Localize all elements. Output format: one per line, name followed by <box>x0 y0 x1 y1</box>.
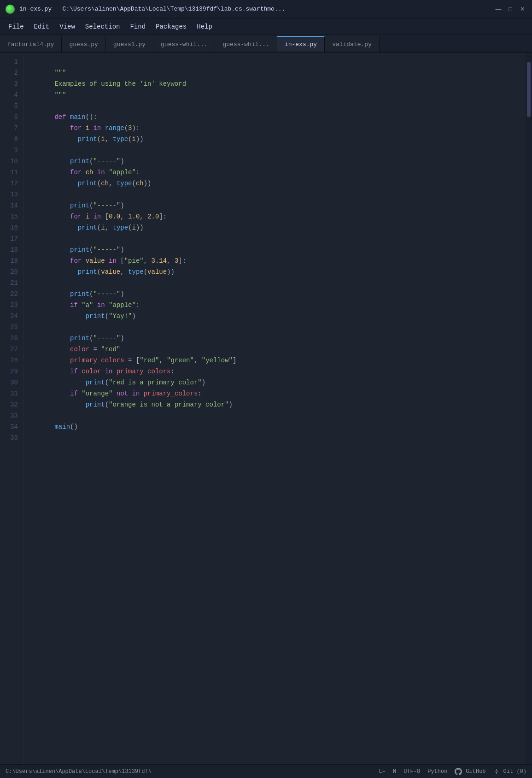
code-line-33: main() <box>31 410 526 421</box>
status-language[interactable]: Python <box>427 768 447 775</box>
code-content[interactable]: """ Examples of using the 'in' keyword "… <box>24 53 526 764</box>
status-path: C:\Users\alinen\AppData\Local\Temp\13139… <box>6 768 372 775</box>
github-label: GitHub <box>466 768 485 775</box>
status-git[interactable]: Git (0) <box>493 768 526 775</box>
status-bar: C:\Users\alinen\AppData\Local\Temp\13139… <box>0 764 532 778</box>
code-line-4 <box>31 89 526 100</box>
scrollbar-thumb[interactable] <box>527 62 531 117</box>
maximize-button[interactable]: □ <box>506 5 514 13</box>
tab-guess-whil1[interactable]: guess-whil... <box>153 36 215 52</box>
tab-validate[interactable]: validate.py <box>325 36 380 52</box>
tab-guess[interactable]: guess.py <box>62 36 105 52</box>
code-line-17: print("-----") <box>31 233 526 244</box>
menu-selection[interactable]: Selection <box>81 21 125 32</box>
menu-packages[interactable]: Packages <box>151 21 191 32</box>
tab-in-exs[interactable]: in-exs.py <box>277 36 325 52</box>
code-line-34 <box>31 421 526 432</box>
app-icon <box>6 5 15 14</box>
svg-point-0 <box>496 771 497 772</box>
code-line-1: """ <box>31 56 526 67</box>
menu-edit[interactable]: Edit <box>29 21 54 32</box>
tab-guess1[interactable]: guess1.py <box>106 36 153 52</box>
menu-file[interactable]: File <box>4 21 29 32</box>
git-label: Git (0) <box>503 768 526 775</box>
line-numbers: 12345 678910 1112131415 1617181920 21222… <box>0 53 24 764</box>
code-line-6: for i in range(3): <box>31 112 526 123</box>
menu-help[interactable]: Help <box>192 21 217 32</box>
close-button[interactable]: ✕ <box>518 5 526 13</box>
title-bar-text: in-exs.py — C:\Users\alinen\AppData\Loca… <box>19 6 490 12</box>
code-line-2: Examples of using the 'in' keyword <box>31 67 526 78</box>
code-line-25: print("-----") <box>31 322 526 333</box>
code-line-35 <box>31 432 526 443</box>
minimize-button[interactable]: — <box>494 5 503 13</box>
menu-view[interactable]: View <box>55 21 80 32</box>
tab-factorial4[interactable]: factorial4.py <box>0 36 62 52</box>
status-encoding[interactable]: UTF-8 <box>403 768 420 775</box>
editor-area: 12345 678910 1112131415 1617181920 21222… <box>0 53 532 764</box>
code-line-9: print("-----") <box>31 145 526 156</box>
menu-find[interactable]: Find <box>125 21 150 32</box>
status-indent[interactable]: N <box>393 768 396 775</box>
title-bar-controls: — □ ✕ <box>494 5 526 13</box>
code-line-5: def main(): <box>31 100 526 112</box>
code-line-13: print("-----") <box>31 189 526 200</box>
tab-bar: factorial4.py guess.py guess1.py guess-w… <box>0 35 532 53</box>
status-line-ending[interactable]: LF <box>379 768 386 775</box>
code-line-21: print("-----") <box>31 277 526 289</box>
status-github[interactable]: GitHub <box>455 768 485 775</box>
menu-bar: File Edit View Selection Find Packages H… <box>0 18 532 35</box>
title-bar: in-exs.py — C:\Users\alinen\AppData\Loca… <box>0 0 532 18</box>
scrollbar[interactable] <box>526 53 532 764</box>
tab-guess-whil2[interactable]: guess-whil... <box>215 36 277 52</box>
